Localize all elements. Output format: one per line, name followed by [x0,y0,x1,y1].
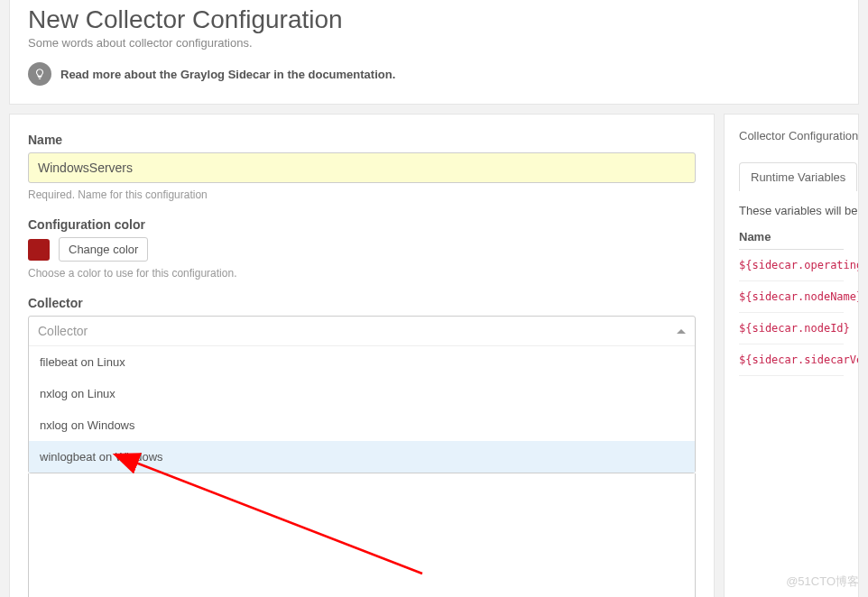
watermark: @51CTO博客 [786,574,859,590]
side-desc: These variables will be fil [739,204,844,217]
info-callout: Read more about the Graylog Sidecar in t… [28,62,840,86]
page-header: New Collector Configuration Some words a… [9,0,859,105]
name-help: Required. Name for this configuration [28,188,696,201]
collector-placeholder: Collector [38,324,88,338]
collector-option[interactable]: nxlog on Windows [29,409,695,441]
color-help: Choose a color to use for this configura… [28,267,696,280]
var-row: ${sidecar.sidecarVer [739,344,844,376]
vars-header-name: Name [739,230,844,250]
color-swatch [28,239,50,261]
collector-option[interactable]: filebeat on Linux [29,346,695,378]
var-row: ${sidecar.operatingS [739,250,844,281]
chevron-up-icon [677,329,686,334]
var-row: ${sidecar.nodeId} [739,313,844,344]
name-input[interactable] [28,152,696,183]
collector-option[interactable]: winlogbeat on Windows [29,441,695,473]
tab-runtime-variables[interactable]: Runtime Variables [739,162,857,191]
info-text[interactable]: Read more about the Graylog Sidecar in t… [60,68,395,81]
side-title: Collector Configuration R [739,129,844,142]
collector-label: Collector [28,296,696,310]
name-label: Name [28,133,696,147]
page-title: New Collector Configuration [28,0,840,34]
collector-select[interactable]: Collector filebeat on Linux nxlog on Lin… [28,316,696,473]
var-row: ${sidecar.nodeName} [739,281,844,313]
color-label: Configuration color [28,217,696,232]
main-panel: Name Required. Name for this configurati… [9,114,715,597]
lightbulb-icon [28,62,51,86]
page-subtitle: Some words about collector configuration… [28,36,840,50]
change-color-button[interactable]: Change color [59,237,148,262]
config-editor[interactable] [28,473,696,597]
side-panel: Collector Configuration R Runtime Variab… [724,114,859,597]
collector-option[interactable]: nxlog on Linux [29,378,695,409]
collector-dropdown: filebeat on Linux nxlog on Linux nxlog o… [29,345,695,473]
